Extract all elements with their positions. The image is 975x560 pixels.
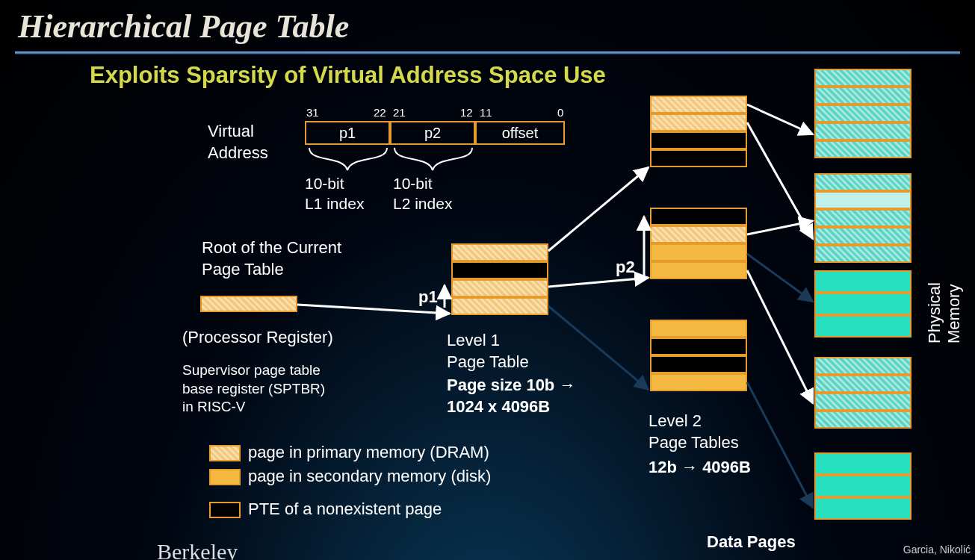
physical-memory-label: Physical Memory bbox=[925, 282, 964, 343]
l1-row-3 bbox=[451, 297, 548, 315]
legend-none: PTE of a nonexistent page bbox=[209, 499, 442, 520]
svg-line-2 bbox=[548, 167, 649, 251]
l1-row-0 bbox=[451, 243, 548, 261]
legend-none-text: PTE of a nonexistent page bbox=[248, 500, 442, 518]
l2-index-label: 10-bit L2 index bbox=[393, 173, 452, 214]
dp4-r0 bbox=[814, 357, 911, 375]
l1-row-2 bbox=[451, 279, 548, 297]
l2a-row-2 bbox=[650, 131, 747, 149]
bit-12: 12 bbox=[460, 106, 473, 119]
root-label: Root of the Current Page Table bbox=[202, 237, 341, 280]
l2a-row-1 bbox=[650, 113, 747, 131]
dp1-r3 bbox=[814, 122, 911, 140]
dp3-r0 bbox=[814, 270, 911, 293]
data-pages-label: Data Pages bbox=[707, 532, 796, 553]
bit-31: 31 bbox=[306, 106, 319, 119]
dp5-r0 bbox=[814, 452, 911, 475]
svg-line-8 bbox=[747, 221, 813, 234]
dp4-r2 bbox=[814, 393, 911, 411]
l2-size: 12b → 4096B bbox=[649, 457, 751, 479]
legend-dram-text: page in primary memory (DRAM) bbox=[248, 443, 489, 461]
bit-0: 0 bbox=[557, 106, 563, 119]
l2c-row-2 bbox=[650, 355, 747, 373]
svg-line-7 bbox=[747, 122, 813, 239]
bit-22: 22 bbox=[374, 106, 386, 119]
dp3-r1 bbox=[814, 293, 911, 315]
svg-line-11 bbox=[747, 382, 813, 508]
dp4-r3 bbox=[814, 411, 911, 429]
l2c-row-0 bbox=[650, 320, 747, 337]
diagram-stage: Virtual Address 31 22 21 12 11 0 p1 p2 o… bbox=[0, 0, 975, 560]
processor-register-label: (Processor Register) bbox=[182, 327, 333, 349]
legend-dram-swatch bbox=[209, 445, 241, 461]
l2b-row-3 bbox=[650, 261, 747, 279]
l2a-row-0 bbox=[650, 96, 747, 113]
svg-line-6 bbox=[747, 105, 813, 134]
legend-disk: page in secondary memory (disk) bbox=[209, 466, 491, 488]
sptbr-label: Supervisor page table base register (SPT… bbox=[182, 361, 325, 417]
dp5-r2 bbox=[814, 497, 911, 520]
l2c-row-3 bbox=[650, 373, 747, 391]
l2b-row-0 bbox=[650, 208, 747, 225]
credit-label: Garcia, Nikolić bbox=[903, 544, 971, 556]
legend-none-swatch bbox=[209, 502, 241, 518]
l1-row-1 bbox=[451, 261, 548, 279]
dp2-r1 bbox=[814, 191, 911, 209]
dp2-r3 bbox=[814, 227, 911, 245]
dp3-r2 bbox=[814, 315, 911, 337]
svg-line-3 bbox=[548, 278, 649, 287]
l1-size: Page size 10b → 1024 x 4096B bbox=[447, 375, 575, 417]
dp2-r2 bbox=[814, 209, 911, 227]
legend-disk-swatch bbox=[209, 469, 241, 485]
svg-line-10 bbox=[747, 270, 813, 403]
virtual-address-label: Virtual Address bbox=[208, 121, 268, 164]
va-field-p2: p2 bbox=[390, 121, 475, 145]
l2a-row-3 bbox=[650, 149, 747, 167]
p1-label: p1 bbox=[418, 287, 438, 308]
l1-label: Level 1 Page Table bbox=[447, 330, 529, 373]
dp1-r4 bbox=[814, 140, 911, 158]
l2c-row-1 bbox=[650, 337, 747, 355]
l1-index-label: 10-bit L1 index bbox=[305, 173, 364, 214]
bit-21: 21 bbox=[393, 106, 406, 119]
va-field-offset: offset bbox=[475, 121, 565, 145]
dp1-r1 bbox=[814, 87, 911, 105]
root-register-box bbox=[200, 296, 297, 312]
legend-disk-text: page in secondary memory (disk) bbox=[248, 467, 491, 485]
dp1-r2 bbox=[814, 105, 911, 122]
dp2-r0 bbox=[814, 173, 911, 191]
va-field-p1: p1 bbox=[305, 121, 390, 145]
dp5-r1 bbox=[814, 475, 911, 497]
l2b-row-2 bbox=[650, 243, 747, 261]
svg-line-9 bbox=[747, 254, 813, 302]
legend-dram: page in primary memory (DRAM) bbox=[209, 442, 489, 464]
dp4-r1 bbox=[814, 375, 911, 393]
p2-label: p2 bbox=[616, 257, 635, 279]
berkeley-watermark: Berkeley bbox=[157, 539, 238, 560]
bit-11: 11 bbox=[480, 106, 492, 119]
dp2-r4 bbox=[814, 245, 911, 263]
l2b-row-1 bbox=[650, 225, 747, 243]
l2-label: Level 2 Page Tables bbox=[649, 411, 739, 453]
dp1-r0 bbox=[814, 69, 911, 87]
